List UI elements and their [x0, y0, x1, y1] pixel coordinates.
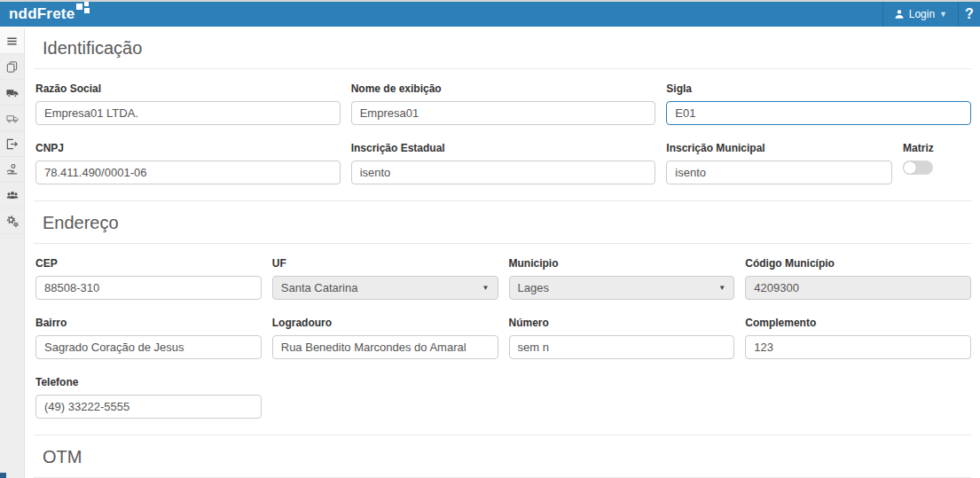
- cep-label: CEP: [35, 257, 262, 270]
- inscricao-estadual-field: Inscrição Estadual: [351, 142, 656, 184]
- user-icon: [894, 9, 905, 20]
- bairro-label: Bairro: [35, 317, 262, 329]
- sidebar-item-menu[interactable]: [0, 28, 24, 54]
- nome-exibicao-label: Nome de exibição: [351, 82, 656, 95]
- sidebar-item-fleet[interactable]: [0, 80, 24, 106]
- section-title-identificacao: Identificação: [34, 27, 971, 68]
- numero-label: Número: [509, 317, 735, 329]
- sigla-input[interactable]: [666, 101, 971, 125]
- telefone-input[interactable]: [35, 395, 262, 419]
- sidebar-item-export[interactable]: [0, 131, 24, 157]
- sidebar-item-settings[interactable]: [0, 208, 24, 234]
- header-right: Login ▼ ?: [882, 2, 980, 27]
- complemento-label: Complemento: [745, 317, 971, 329]
- municipio-field: Municipio Lages ▼: [509, 257, 735, 300]
- cep-input[interactable]: [35, 276, 262, 300]
- truck-outline-icon: [5, 112, 20, 125]
- brand-squares-icon: [76, 2, 90, 18]
- matriz-toggle-knob: [904, 161, 916, 174]
- sidebar-item-payments[interactable]: [0, 157, 24, 183]
- corner-artifact: [0, 473, 6, 478]
- cep-field: CEP: [35, 257, 262, 300]
- nome-exibicao-input[interactable]: [351, 101, 656, 125]
- codigo-municipio-input: [745, 276, 971, 300]
- uf-select-value: Santa Catarina: [281, 281, 358, 294]
- bairro-field: Bairro: [35, 317, 262, 359]
- section-identificacao: Identificação Razão Social Nome de exibi…: [34, 27, 971, 200]
- municipio-label: Municipio: [509, 257, 735, 270]
- municipio-select[interactable]: Lages ▼: [509, 276, 735, 300]
- cnpj-label: CNPJ: [35, 142, 341, 154]
- nome-exibicao-field: Nome de exibição: [351, 82, 656, 125]
- sigla-label: Sigla: [666, 82, 971, 95]
- export-icon: [5, 137, 19, 151]
- inscricao-estadual-input[interactable]: [351, 161, 656, 184]
- uf-field: UF Santa Catarina ▼: [272, 257, 498, 300]
- help-button[interactable]: ?: [959, 2, 980, 27]
- telefone-field: Telefone: [35, 376, 262, 419]
- truck-icon: [5, 86, 20, 99]
- inscricao-estadual-label: Inscrição Estadual: [351, 142, 656, 154]
- sidebar-item-vehicles[interactable]: [0, 106, 24, 131]
- chevron-down-icon: ▼: [718, 284, 725, 292]
- section-title-endereco: Endereço: [34, 201, 971, 243]
- uf-label: UF: [272, 257, 498, 270]
- cnpj-field: CNPJ: [35, 142, 341, 184]
- brand-name: nddFrete: [9, 5, 74, 23]
- gears-icon: [5, 215, 20, 228]
- section-otm: OTM Domain Name XID: [34, 435, 971, 478]
- sigla-field: Sigla: [666, 82, 971, 125]
- cnpj-input[interactable]: [35, 161, 341, 184]
- sidebar-item-users[interactable]: [0, 183, 24, 208]
- login-label: Login: [909, 8, 935, 20]
- uf-select[interactable]: Santa Catarina ▼: [272, 276, 498, 300]
- bairro-input[interactable]: [35, 335, 262, 359]
- numero-input[interactable]: [509, 335, 735, 359]
- hand-coin-icon: [5, 163, 20, 176]
- complemento-field: Complemento: [745, 317, 971, 359]
- main-content: Identificação Razão Social Nome de exibi…: [25, 27, 980, 478]
- matriz-label: Matriz: [903, 142, 971, 154]
- section-endereco: Endereço CEP UF Santa Catarina ▼ Municip…: [34, 200, 971, 435]
- telefone-label: Telefone: [35, 376, 262, 388]
- municipio-select-value: Lages: [518, 281, 549, 294]
- sidebar-item-documents[interactable]: [0, 54, 24, 80]
- chevron-down-icon: ▼: [482, 284, 490, 292]
- users-icon: [5, 189, 20, 202]
- matriz-field: Matriz: [903, 142, 971, 184]
- matriz-toggle[interactable]: [903, 161, 933, 175]
- inscricao-municipal-field: Inscrição Municipal: [666, 142, 892, 184]
- login-menu[interactable]: Login ▼: [882, 2, 959, 27]
- razao-social-field: Razão Social: [35, 82, 341, 125]
- inscricao-municipal-input[interactable]: [666, 161, 892, 184]
- section-title-otm: OTM: [34, 435, 971, 477]
- numero-field: Número: [509, 317, 735, 359]
- menu-icon: [5, 35, 19, 48]
- app-header: nddFrete Login ▼ ?: [0, 0, 980, 27]
- copy-icon: [5, 60, 19, 74]
- codigo-municipio-label: Código Município: [745, 257, 971, 270]
- razao-social-label: Razão Social: [35, 82, 341, 95]
- complemento-input[interactable]: [745, 335, 971, 359]
- brand-logo[interactable]: nddFrete: [0, 2, 90, 27]
- sidebar: [0, 28, 25, 478]
- inscricao-municipal-label: Inscrição Municipal: [666, 142, 892, 154]
- razao-social-input[interactable]: [35, 101, 341, 125]
- logradouro-input[interactable]: [272, 335, 498, 359]
- logradouro-field: Logradouro: [272, 317, 498, 359]
- codigo-municipio-field: Código Município: [745, 257, 971, 300]
- logradouro-label: Logradouro: [272, 317, 498, 329]
- chevron-down-icon: ▼: [939, 10, 947, 19]
